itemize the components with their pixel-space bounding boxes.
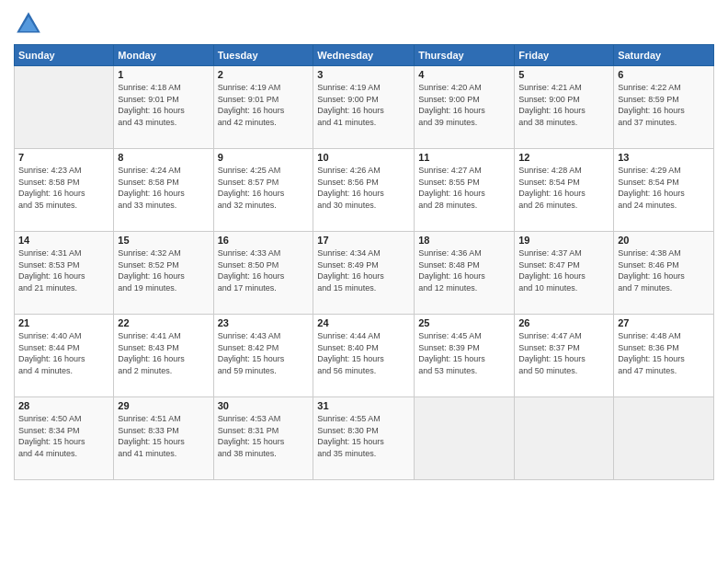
calendar-header-sunday: Sunday [15,45,114,66]
calendar-cell [515,397,614,480]
calendar-cell: 20Sunrise: 4:38 AM Sunset: 8:46 PM Dayli… [614,232,714,315]
calendar-cell: 25Sunrise: 4:45 AM Sunset: 8:39 PM Dayli… [415,315,515,397]
logo [14,9,47,39]
day-info: Sunrise: 4:45 AM Sunset: 8:39 PM Dayligh… [418,330,510,376]
day-number: 17 [317,235,410,246]
calendar-cell: 24Sunrise: 4:44 AM Sunset: 8:40 PM Dayli… [313,315,415,397]
day-info: Sunrise: 4:19 AM Sunset: 9:01 PM Dayligh… [218,82,310,128]
calendar-cell: 5Sunrise: 4:21 AM Sunset: 9:00 PM Daylig… [515,66,614,149]
day-number: 20 [618,235,710,246]
calendar-cell: 2Sunrise: 4:19 AM Sunset: 9:01 PM Daylig… [213,66,313,149]
day-info: Sunrise: 4:34 AM Sunset: 8:49 PM Dayligh… [317,247,410,293]
day-info: Sunrise: 4:55 AM Sunset: 8:30 PM Dayligh… [317,413,410,459]
day-number: 24 [317,317,410,328]
calendar-cell: 15Sunrise: 4:32 AM Sunset: 8:52 PM Dayli… [114,232,213,315]
day-info: Sunrise: 4:47 AM Sunset: 8:37 PM Dayligh… [518,330,609,376]
day-number: 23 [218,317,310,328]
day-info: Sunrise: 4:48 AM Sunset: 8:36 PM Dayligh… [618,330,710,376]
calendar-cell: 16Sunrise: 4:33 AM Sunset: 8:50 PM Dayli… [213,232,313,315]
calendar-header-wednesday: Wednesday [313,45,415,66]
day-number: 14 [18,235,109,246]
calendar-week-5: 28Sunrise: 4:50 AM Sunset: 8:34 PM Dayli… [15,397,714,480]
day-number: 21 [18,317,109,328]
calendar-header-friday: Friday [515,45,614,66]
day-number: 25 [418,317,510,328]
day-info: Sunrise: 4:43 AM Sunset: 8:42 PM Dayligh… [218,330,310,376]
day-number: 16 [218,235,310,246]
day-number: 28 [18,400,109,411]
day-info: Sunrise: 4:36 AM Sunset: 8:48 PM Dayligh… [418,247,510,293]
day-number: 19 [518,235,609,246]
day-info: Sunrise: 4:29 AM Sunset: 8:54 PM Dayligh… [618,165,710,211]
calendar-header-saturday: Saturday [614,45,714,66]
calendar-cell [415,397,515,480]
day-info: Sunrise: 4:33 AM Sunset: 8:50 PM Dayligh… [218,247,310,293]
calendar-cell: 19Sunrise: 4:37 AM Sunset: 8:47 PM Dayli… [515,232,614,315]
calendar-cell: 4Sunrise: 4:20 AM Sunset: 9:00 PM Daylig… [415,66,515,149]
calendar-week-2: 7Sunrise: 4:23 AM Sunset: 8:58 PM Daylig… [15,149,714,232]
calendar-cell: 7Sunrise: 4:23 AM Sunset: 8:58 PM Daylig… [15,149,114,232]
calendar-cell: 3Sunrise: 4:19 AM Sunset: 9:00 PM Daylig… [313,66,415,149]
day-number: 12 [518,152,609,163]
calendar-cell: 10Sunrise: 4:26 AM Sunset: 8:56 PM Dayli… [313,149,415,232]
day-number: 29 [118,400,209,411]
calendar-cell: 21Sunrise: 4:40 AM Sunset: 8:44 PM Dayli… [15,315,114,397]
day-info: Sunrise: 4:25 AM Sunset: 8:57 PM Dayligh… [218,165,310,211]
day-number: 7 [18,152,109,163]
calendar-header-thursday: Thursday [415,45,515,66]
calendar-cell: 30Sunrise: 4:53 AM Sunset: 8:31 PM Dayli… [213,397,313,480]
calendar-header-row: SundayMondayTuesdayWednesdayThursdayFrid… [15,45,714,66]
calendar-cell: 11Sunrise: 4:27 AM Sunset: 8:55 PM Dayli… [415,149,515,232]
day-info: Sunrise: 4:53 AM Sunset: 8:31 PM Dayligh… [218,413,310,459]
calendar-cell: 17Sunrise: 4:34 AM Sunset: 8:49 PM Dayli… [313,232,415,315]
day-number: 10 [317,152,410,163]
day-info: Sunrise: 4:31 AM Sunset: 8:53 PM Dayligh… [18,247,109,293]
page: SundayMondayTuesdayWednesdayThursdayFrid… [0,0,728,563]
header [14,9,714,39]
day-number: 3 [317,69,410,80]
day-info: Sunrise: 4:18 AM Sunset: 9:01 PM Dayligh… [118,82,209,128]
calendar-cell: 28Sunrise: 4:50 AM Sunset: 8:34 PM Dayli… [15,397,114,480]
day-info: Sunrise: 4:21 AM Sunset: 9:00 PM Dayligh… [518,82,609,128]
calendar-cell: 13Sunrise: 4:29 AM Sunset: 8:54 PM Dayli… [614,149,714,232]
day-info: Sunrise: 4:26 AM Sunset: 8:56 PM Dayligh… [317,165,410,211]
day-info: Sunrise: 4:19 AM Sunset: 9:00 PM Dayligh… [317,82,410,128]
calendar-cell: 26Sunrise: 4:47 AM Sunset: 8:37 PM Dayli… [515,315,614,397]
day-info: Sunrise: 4:51 AM Sunset: 8:33 PM Dayligh… [118,413,209,459]
calendar-header-monday: Monday [114,45,213,66]
calendar-cell: 8Sunrise: 4:24 AM Sunset: 8:58 PM Daylig… [114,149,213,232]
calendar-cell: 22Sunrise: 4:41 AM Sunset: 8:43 PM Dayli… [114,315,213,397]
day-info: Sunrise: 4:22 AM Sunset: 8:59 PM Dayligh… [618,82,710,128]
day-number: 27 [618,317,710,328]
day-number: 18 [418,235,510,246]
calendar-week-4: 21Sunrise: 4:40 AM Sunset: 8:44 PM Dayli… [15,315,714,397]
day-info: Sunrise: 4:40 AM Sunset: 8:44 PM Dayligh… [18,330,109,376]
day-number: 8 [118,152,209,163]
day-number: 2 [218,69,310,80]
calendar-cell: 14Sunrise: 4:31 AM Sunset: 8:53 PM Dayli… [15,232,114,315]
day-info: Sunrise: 4:28 AM Sunset: 8:54 PM Dayligh… [518,165,609,211]
day-number: 30 [218,400,310,411]
calendar-cell: 23Sunrise: 4:43 AM Sunset: 8:42 PM Dayli… [213,315,313,397]
day-info: Sunrise: 4:20 AM Sunset: 9:00 PM Dayligh… [418,82,510,128]
calendar-cell: 31Sunrise: 4:55 AM Sunset: 8:30 PM Dayli… [313,397,415,480]
day-number: 31 [317,400,410,411]
calendar-week-1: 1Sunrise: 4:18 AM Sunset: 9:01 PM Daylig… [15,66,714,149]
day-info: Sunrise: 4:44 AM Sunset: 8:40 PM Dayligh… [317,330,410,376]
day-number: 1 [118,69,209,80]
calendar-cell: 29Sunrise: 4:51 AM Sunset: 8:33 PM Dayli… [114,397,213,480]
day-number: 26 [518,317,609,328]
calendar-cell: 6Sunrise: 4:22 AM Sunset: 8:59 PM Daylig… [614,66,714,149]
day-number: 9 [218,152,310,163]
calendar-week-3: 14Sunrise: 4:31 AM Sunset: 8:53 PM Dayli… [15,232,714,315]
calendar-cell: 18Sunrise: 4:36 AM Sunset: 8:48 PM Dayli… [415,232,515,315]
day-info: Sunrise: 4:38 AM Sunset: 8:46 PM Dayligh… [618,247,710,293]
calendar-cell [614,397,714,480]
day-number: 5 [518,69,609,80]
calendar-cell: 9Sunrise: 4:25 AM Sunset: 8:57 PM Daylig… [213,149,313,232]
calendar-cell: 27Sunrise: 4:48 AM Sunset: 8:36 PM Dayli… [614,315,714,397]
day-info: Sunrise: 4:27 AM Sunset: 8:55 PM Dayligh… [418,165,510,211]
day-number: 22 [118,317,209,328]
day-info: Sunrise: 4:50 AM Sunset: 8:34 PM Dayligh… [18,413,109,459]
day-number: 15 [118,235,209,246]
